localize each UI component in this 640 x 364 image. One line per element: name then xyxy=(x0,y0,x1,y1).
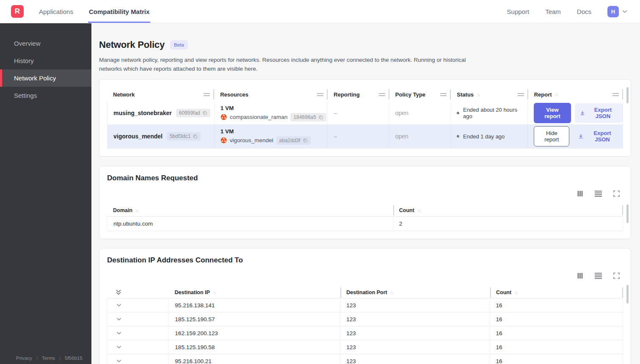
column-divider xyxy=(393,205,394,215)
fullscreen-icon[interactable] xyxy=(613,273,620,279)
sort-icon[interactable]: ↑↓ xyxy=(135,208,138,213)
count-cell: 16 xyxy=(490,326,623,340)
resource-id-pill[interactable]: aba2dd3f xyxy=(276,136,311,145)
privacy-link[interactable]: Privacy xyxy=(16,356,32,361)
terms-link[interactable]: Terms xyxy=(42,356,55,361)
expand-all-header[interactable] xyxy=(107,287,169,298)
expand-row-chevron-icon[interactable] xyxy=(116,302,122,308)
domain-cell: ntp.ubuntu.com xyxy=(108,217,393,231)
sort-icon[interactable]: ↑↓ xyxy=(417,208,420,213)
column-header-report[interactable]: Report ↑↓ xyxy=(528,87,623,102)
tab-compatibility-matrix[interactable]: Compatibility Matrix xyxy=(88,0,150,23)
column-header-resources[interactable]: Resources xyxy=(214,87,328,102)
avatar[interactable]: H xyxy=(607,6,619,17)
footer-divider: | xyxy=(59,356,61,361)
ubuntu-icon xyxy=(221,137,227,143)
network-id-pill[interactable]: 60959fad xyxy=(176,109,210,117)
sidebar-item-label: Network Policy xyxy=(14,74,56,82)
network-row-vigorous-mendel[interactable]: vigorous_mendel 5bdf3dc1 1 VM vigorous_m… xyxy=(108,125,623,148)
expander-cell xyxy=(108,340,169,354)
table-scrollbar[interactable] xyxy=(626,87,629,103)
column-header-policy-type[interactable]: Policy Type xyxy=(389,87,451,102)
sidebar-item[interactable]: History xyxy=(0,52,91,69)
docs-link[interactable]: Docs xyxy=(577,8,591,15)
sort-icon[interactable]: ↑↓ xyxy=(213,290,216,295)
column-header-network[interactable]: Network xyxy=(107,87,214,102)
domains-card-title: Domain Names Requested xyxy=(107,174,623,182)
count-cell: 16 xyxy=(490,340,623,354)
brand-logo[interactable]: R xyxy=(11,5,24,18)
column-resize-handle[interactable] xyxy=(440,93,447,96)
domains-table-header: Domain ↑↓ Count ↑↓ xyxy=(107,204,623,217)
sort-icon[interactable]: ↑↓ xyxy=(555,92,558,97)
expand-row-chevron-icon[interactable] xyxy=(116,344,122,350)
view-report-button[interactable]: View report xyxy=(534,103,571,123)
sort-icon[interactable]: ↑↓ xyxy=(390,290,393,295)
ips-card-toolbar xyxy=(107,272,620,279)
tab-applications[interactable]: Applications xyxy=(38,0,74,23)
expander-cell xyxy=(108,312,169,326)
column-divider xyxy=(622,205,623,215)
column-resize-handle[interactable] xyxy=(317,93,323,96)
sidebar-item[interactable]: Settings xyxy=(0,87,91,104)
network-name: musing_stonebraker xyxy=(113,110,172,116)
support-link[interactable]: Support xyxy=(507,8,530,15)
column-resize-handle[interactable] xyxy=(204,93,210,96)
column-resize-handle[interactable] xyxy=(518,93,524,96)
expand-row-chevron-icon[interactable] xyxy=(116,358,122,364)
beta-badge: Beta xyxy=(170,40,188,50)
column-divider xyxy=(490,287,491,298)
ip-row[interactable]: 185.125.190.57 123 16 xyxy=(107,312,623,326)
sidebar-item-label: History xyxy=(14,57,34,64)
network-name: vigorous_mendel xyxy=(113,133,163,140)
page-title: Network Policy xyxy=(99,39,165,50)
column-header-destination-port[interactable]: Destination Port ↑↓ xyxy=(340,287,490,298)
destination-ip-cell: 95.216.100.21 xyxy=(169,354,340,364)
sort-icon[interactable]: ↑↓ xyxy=(514,290,517,295)
column-resize-handle[interactable] xyxy=(612,93,619,96)
sort-icon[interactable]: ↑↓ xyxy=(477,92,480,97)
column-header-destination-ip[interactable]: Destination IP ↑↓ xyxy=(169,287,341,298)
ip-row[interactable]: 95.216.138.141 123 16 xyxy=(107,298,623,312)
rows-icon[interactable] xyxy=(595,273,602,279)
expand-row-chevron-icon[interactable] xyxy=(116,316,122,322)
destination-ips-card: Destination IP Addresses Connected To xyxy=(99,248,631,364)
sidebar-item-label: Settings xyxy=(14,92,37,99)
column-header-reporting[interactable]: Reporting xyxy=(328,87,389,102)
columns-icon[interactable] xyxy=(577,190,583,197)
column-resize-handle[interactable] xyxy=(379,93,385,96)
resource-name: vigorous_mendel xyxy=(230,137,273,143)
rows-icon[interactable] xyxy=(595,190,602,197)
policy-type-cell: open xyxy=(389,125,451,148)
domain-row[interactable]: ntp.ubuntu.com 2 xyxy=(107,217,623,231)
ip-row[interactable]: 162.159.200.123 123 16 xyxy=(107,326,623,340)
expand-row-chevron-icon[interactable] xyxy=(116,330,122,336)
export-json-button[interactable]: Export JSON xyxy=(573,127,623,146)
destination-ip-cell: 162.159.200.123 xyxy=(169,326,340,340)
network-row-musing-stonebraker[interactable]: musing_stonebraker 60959fad 1 VM compass… xyxy=(108,102,623,125)
column-divider xyxy=(622,89,623,99)
hide-report-button[interactable]: Hide report xyxy=(534,126,569,146)
columns-icon[interactable] xyxy=(577,273,583,279)
sidebar-item[interactable]: Network Policy xyxy=(0,69,91,87)
resource-id-pill[interactable]: 184696a5 xyxy=(290,113,326,121)
network-id-pill[interactable]: 5bdf3dc1 xyxy=(167,132,201,141)
navbar-right: Support Team Docs H xyxy=(507,0,640,23)
column-header-count[interactable]: Count ↑↓ xyxy=(490,287,623,298)
sidebar-item[interactable]: Overview xyxy=(0,35,91,52)
column-header-count[interactable]: Count ↑↓ xyxy=(393,204,623,216)
ip-row[interactable]: 95.216.100.21 123 16 xyxy=(107,354,623,364)
fullscreen-icon[interactable] xyxy=(613,190,620,197)
table-scrollbar[interactable] xyxy=(626,204,629,223)
footer-divider: | xyxy=(36,356,38,361)
column-header-status[interactable]: Status ↑↓ xyxy=(451,87,528,102)
table-scrollbar[interactable] xyxy=(626,285,629,303)
user-menu[interactable]: H xyxy=(607,6,628,17)
team-link[interactable]: Team xyxy=(545,8,561,15)
networks-table-header: Network Resources Reporting xyxy=(107,87,623,102)
chevron-down-icon xyxy=(621,8,628,15)
column-header-domain[interactable]: Domain ↑↓ xyxy=(107,204,393,216)
count-cell: 16 xyxy=(490,354,623,364)
export-json-button[interactable]: Export JSON xyxy=(575,103,623,123)
ip-row[interactable]: 185.125.190.58 123 16 xyxy=(107,340,623,354)
